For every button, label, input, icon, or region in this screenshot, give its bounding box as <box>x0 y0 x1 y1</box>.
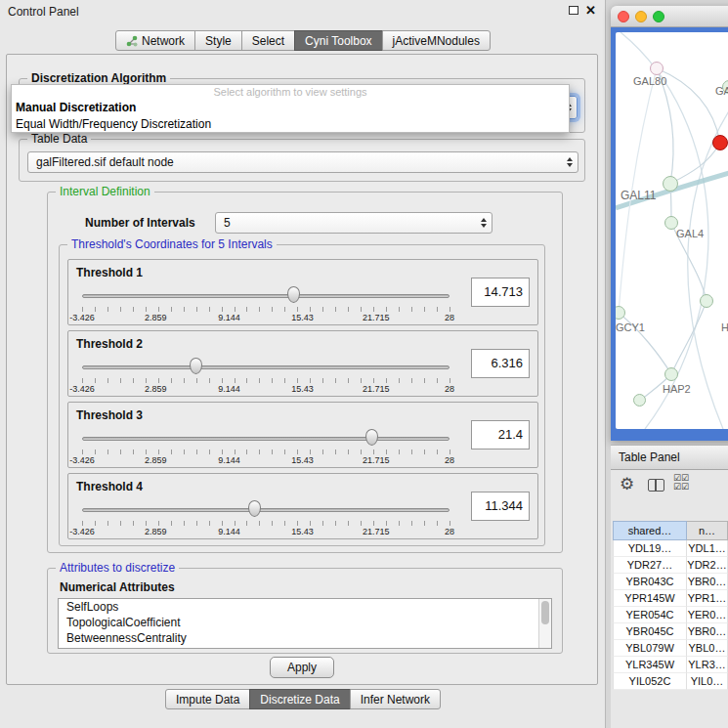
tab-discretize-data[interactable]: Discretize Data <box>249 689 350 709</box>
table-data-combobox[interactable]: galFiltered.sif default node <box>27 151 578 173</box>
table-cell[interactable]: YPR1… <box>687 590 728 607</box>
list-scrollbar[interactable] <box>538 599 551 648</box>
table-cell[interactable]: YIL052C <box>613 673 687 690</box>
threshold-value-field[interactable]: 14.713 <box>471 278 530 307</box>
scrollbar-thumb[interactable] <box>541 601 549 624</box>
table-row[interactable]: YDL19…YDL1… <box>613 540 728 557</box>
close-traffic-light-icon[interactable] <box>618 11 629 22</box>
slider-tick-labels: -3.4262.8599.14415.4321.71528 <box>82 455 450 465</box>
threshold-value-field[interactable]: 6.316 <box>471 349 530 378</box>
threshold-slider[interactable] <box>82 286 450 304</box>
network-node[interactable] <box>664 367 678 381</box>
table-cell[interactable]: YDR27… <box>613 557 687 574</box>
tab-style[interactable]: Style <box>194 30 242 51</box>
list-item[interactable]: TopologicalCoefficient <box>59 615 551 630</box>
slider-thumb[interactable] <box>248 500 261 517</box>
slider-tick-labels: -3.4262.8599.14415.4321.71528 <box>82 384 450 394</box>
table-cell[interactable]: YER054C <box>613 607 687 623</box>
attributes-to-discretize-group: Attributes to discretize Numerical Attri… <box>47 568 563 654</box>
table-cell[interactable]: YBR045C <box>613 623 687 640</box>
network-node[interactable] <box>650 62 664 75</box>
list-item[interactable]: BetweennessCentrality <box>59 630 551 646</box>
table-cell[interactable]: YER0… <box>687 607 728 623</box>
slider-thumb[interactable] <box>190 358 202 374</box>
network-window-titlebar[interactable] <box>611 6 728 27</box>
network-node[interactable] <box>663 176 678 192</box>
slider-track[interactable] <box>82 508 450 512</box>
table-cell[interactable]: YDL19… <box>613 540 687 557</box>
list-item[interactable]: SelfLoops <box>59 599 551 615</box>
table-cell[interactable]: YPR145W <box>613 590 687 607</box>
threshold-label: Threshold 1 <box>76 266 143 279</box>
slider-track[interactable] <box>82 437 450 441</box>
dropdown-item-equal-width-frequency[interactable]: Equal Width/Frequency Discretization <box>12 116 569 133</box>
tab-cyni-toolbox[interactable]: Cyni Toolbox <box>294 30 382 51</box>
combobox-value: 5 <box>224 216 231 230</box>
node-label: HAP2 <box>663 383 691 395</box>
column-header[interactable]: n… <box>687 521 728 540</box>
table-cell[interactable]: YBL079W <box>613 640 687 657</box>
tab-select[interactable]: Select <box>241 30 295 51</box>
tab-label: Impute Data <box>176 693 239 707</box>
table-row[interactable]: YER054CYER0… <box>613 607 728 623</box>
group-title: Table Data <box>27 132 91 146</box>
tick-label: 2.859 <box>145 384 167 394</box>
close-icon[interactable]: ✕ <box>585 3 596 18</box>
table-cell[interactable]: YBR043C <box>613 574 687 590</box>
threshold-value-field[interactable]: 11.344 <box>471 492 530 521</box>
slider-track[interactable] <box>82 365 450 369</box>
table-cell[interactable]: YDL1… <box>687 540 728 557</box>
tab-jactivemnodules[interactable]: jActiveMNodules <box>382 30 491 51</box>
num-intervals-label: Number of Intervals <box>85 216 195 230</box>
table-cell[interactable]: YLR345W <box>613 657 687 673</box>
table-cell[interactable]: YLR3… <box>687 657 728 673</box>
table-cell[interactable]: YBR0… <box>687 574 728 590</box>
slider-track[interactable] <box>82 294 450 298</box>
network-node[interactable] <box>700 294 713 308</box>
table-row[interactable]: YBL079WYBL0… <box>613 640 728 657</box>
group-title: Threshold's Coordinates for 5 Intervals <box>67 237 277 251</box>
table-row[interactable]: YDR27…YDR2… <box>613 557 728 574</box>
tick-label: 9.144 <box>218 384 240 394</box>
node-table-body: YDL19…YDL1…YDR27…YDR2…YBR043CYBR0…YPR145… <box>613 540 728 690</box>
table-panel-header[interactable]: Table Panel <box>611 445 728 470</box>
table-row[interactable]: YIL052CYIL0… <box>613 673 728 690</box>
network-node-selected[interactable] <box>712 135 728 150</box>
tab-infer-network[interactable]: Infer Network <box>350 689 441 709</box>
float-window-icon[interactable] <box>569 6 578 15</box>
network-node[interactable] <box>633 394 646 407</box>
network-canvas[interactable]: GAL80 GA GAL11 GAL4 GCY1 H HAP2 <box>616 32 728 429</box>
threshold-slider[interactable] <box>82 358 450 375</box>
show-columns-icon[interactable] <box>648 479 664 492</box>
table-row[interactable]: YLR345WYLR3… <box>613 657 728 673</box>
tab-impute-data[interactable]: Impute Data <box>165 689 250 709</box>
threshold-panel: Threshold 1 -3.4262.8599.14415.4321.7152… <box>67 259 538 325</box>
threshold-panel: Threshold 2 -3.4262.8599.14415.4321.7152… <box>67 330 538 397</box>
slider-thumb[interactable] <box>287 286 300 303</box>
table-cell[interactable]: YIL0… <box>687 673 728 690</box>
numerical-attributes-list[interactable]: SelfLoopsTopologicalCoefficientBetweenne… <box>58 598 552 649</box>
zoom-traffic-light-icon[interactable] <box>653 11 664 22</box>
tick-label: 21.715 <box>363 527 390 536</box>
slider-thumb[interactable] <box>365 429 378 446</box>
select-columns-checkboxes-icon[interactable]: ☑☑☑☑ <box>673 474 697 492</box>
table-cell[interactable]: YBL0… <box>687 640 728 657</box>
dropdown-item-manual-discretization[interactable]: Manual Discretization <box>12 100 569 116</box>
gear-icon[interactable]: ⚙ <box>620 476 634 492</box>
slider-ticks <box>82 307 450 312</box>
tab-network[interactable]: Network <box>115 30 195 51</box>
num-intervals-combobox[interactable]: 5 <box>215 212 492 234</box>
minimize-traffic-light-icon[interactable] <box>635 11 647 22</box>
column-header[interactable]: shared… <box>613 521 687 540</box>
table-row[interactable]: YPR145WYPR1… <box>613 590 728 607</box>
threshold-slider[interactable] <box>82 500 450 518</box>
tick-label: 9.144 <box>218 313 240 322</box>
table-row[interactable]: YBR045CYBR0… <box>613 623 728 640</box>
dropdown-prompt: Select algorithm to view settings <box>12 85 569 100</box>
apply-button[interactable]: Apply <box>270 657 334 678</box>
table-cell[interactable]: YDR2… <box>687 557 728 574</box>
table-row[interactable]: YBR043CYBR0… <box>613 574 728 590</box>
threshold-value-field[interactable]: 21.4 <box>471 420 530 450</box>
threshold-slider[interactable] <box>82 429 450 447</box>
table-cell[interactable]: YBR0… <box>687 623 728 640</box>
